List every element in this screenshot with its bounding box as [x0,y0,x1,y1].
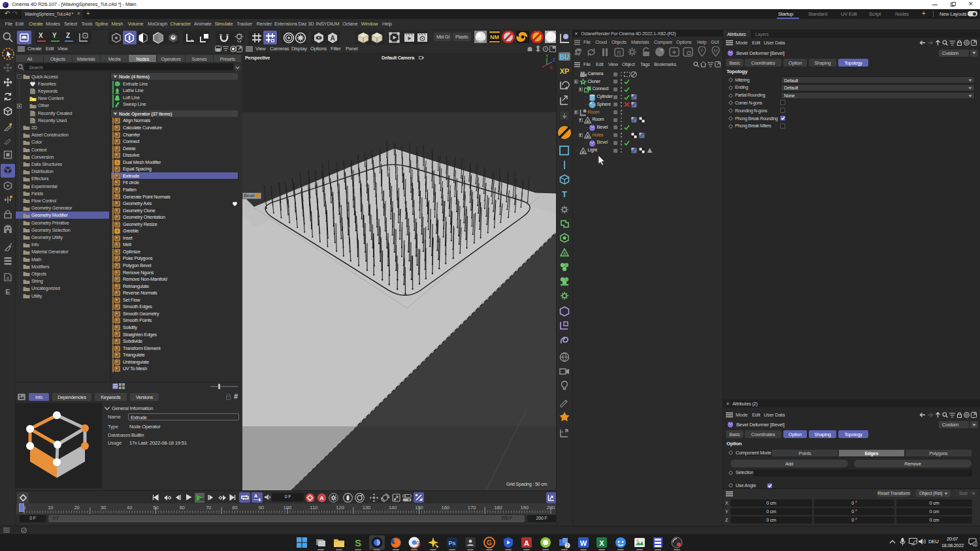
svg-text:50: 50 [153,505,158,511]
svg-text:10: 10 [48,505,53,511]
svg-text:200: 200 [547,505,555,511]
svg-text:120: 120 [336,505,344,511]
svg-text:2: 2 [566,543,568,548]
svg-text:XP: XP [560,67,570,75]
svg-text:170: 170 [468,505,476,511]
svg-text:F: F [700,48,703,53]
svg-text:70: 70 [206,505,211,511]
svg-text:160: 160 [442,505,450,511]
svg-text:G: G [487,539,492,546]
svg-text:W: W [580,539,587,547]
svg-text:20: 20 [74,505,79,511]
svg-text:X: X [600,539,605,547]
svg-text:150: 150 [415,505,423,511]
svg-text:X: X [549,65,553,70]
svg-text:A: A [319,495,323,501]
svg-text:NM: NM [490,34,499,40]
svg-text:60: 60 [180,505,185,511]
svg-text:M: M [714,48,718,53]
svg-text:30: 30 [101,505,106,511]
svg-text:130: 130 [363,505,371,511]
svg-text:Y: Y [546,54,549,58]
svg-text:G: G [416,541,419,545]
svg-text:Ps: Ps [448,540,455,546]
svg-text:A: A [563,251,566,256]
svg-text:110: 110 [310,505,318,511]
svg-text:100: 100 [284,505,292,511]
svg-text:BU: BU [560,54,569,61]
svg-text:T: T [562,189,567,199]
svg-text:E: E [5,288,10,296]
svg-text:A: A [330,35,335,42]
svg-text:x: x [561,430,563,433]
svg-text:90: 90 [259,505,264,511]
svg-text:S: S [355,537,361,548]
svg-text:180: 180 [494,505,502,511]
svg-text:40: 40 [127,505,132,511]
svg-text:Z: Z [553,57,555,62]
svg-text:140: 140 [389,505,397,511]
svg-text:R: R [617,50,621,56]
svg-text:80: 80 [232,505,237,511]
svg-text:190: 190 [520,505,529,511]
svg-text:A: A [524,539,529,547]
